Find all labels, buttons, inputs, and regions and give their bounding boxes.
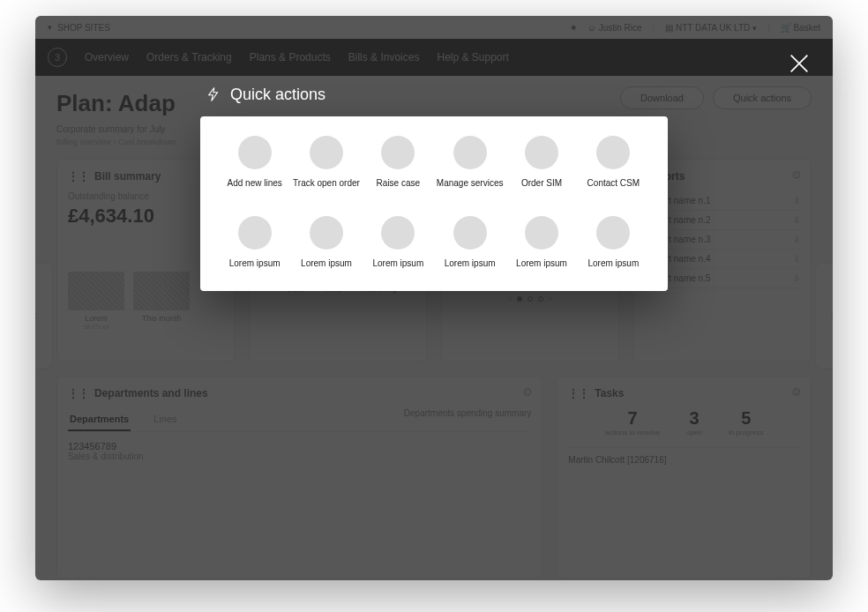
qa-placeholder-5[interactable]: Lorem ipsum	[506, 216, 576, 268]
quick-actions-modal: Quick actions Add new lines Track open o…	[200, 85, 668, 291]
qa-placeholder-1[interactable]: Lorem ipsum	[220, 216, 289, 268]
qa-placeholder-6[interactable]: Lorem ipsum	[579, 216, 648, 268]
qa-placeholder-4[interactable]: Lorem ipsum	[435, 216, 505, 268]
qa-placeholder-3[interactable]: Lorem ipsum	[363, 216, 433, 268]
qa-manage-services[interactable]: Manage services	[435, 136, 505, 188]
qa-raise-case[interactable]: Raise case	[363, 136, 433, 188]
close-button[interactable]	[787, 51, 812, 79]
qa-contact-csm[interactable]: Contact CSM	[579, 136, 648, 188]
app-window: ▾ SHOP SITES ✷ ☺ Justin Rice | ▤ NTT DAT…	[35, 16, 833, 580]
lightning-icon	[206, 85, 221, 104]
qa-order-sim[interactable]: Order SIM	[506, 136, 576, 188]
qa-add-new-lines[interactable]: Add new lines	[220, 136, 289, 188]
modal-title: Quick actions	[230, 86, 326, 104]
qa-placeholder-2[interactable]: Lorem ipsum	[291, 216, 361, 268]
qa-track-open-order[interactable]: Track open order	[291, 136, 361, 188]
